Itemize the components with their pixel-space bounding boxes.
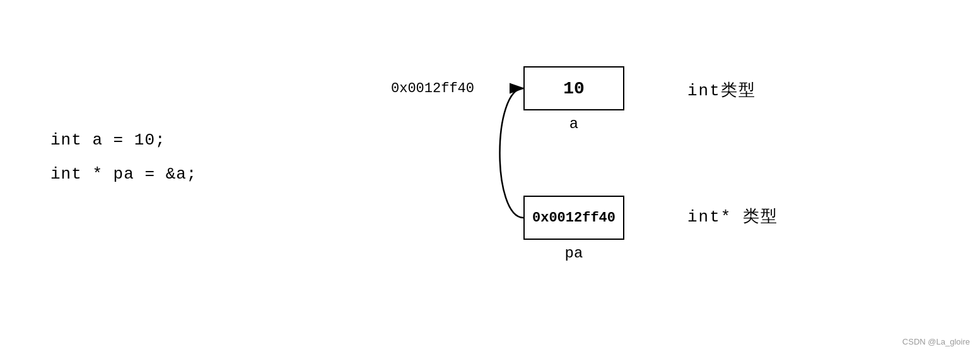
watermark: CSDN @La_gloire [902, 337, 970, 346]
box-a-container: 10 a [523, 66, 624, 133]
code-line-1: int a = 10; [50, 123, 197, 157]
label-pa: pa [523, 245, 624, 262]
pointer-arrow [500, 88, 524, 218]
type-pa-label: int* 类型 [687, 205, 778, 227]
label-a: a [523, 115, 624, 133]
type-a-label: int类型 [687, 79, 756, 101]
box-a: 10 [523, 66, 624, 110]
code-line-2: int * pa = &a; [50, 157, 197, 191]
value-pa: 0x0012ff40 [532, 210, 615, 226]
code-section: int a = 10; int * pa = &a; [50, 123, 197, 191]
address-a-label: 0x0012ff40 [391, 81, 474, 97]
box-pa: 0x0012ff40 [523, 196, 624, 240]
value-a: 10 [563, 79, 585, 98]
box-pa-container: 0x0012ff40 pa [523, 196, 624, 262]
